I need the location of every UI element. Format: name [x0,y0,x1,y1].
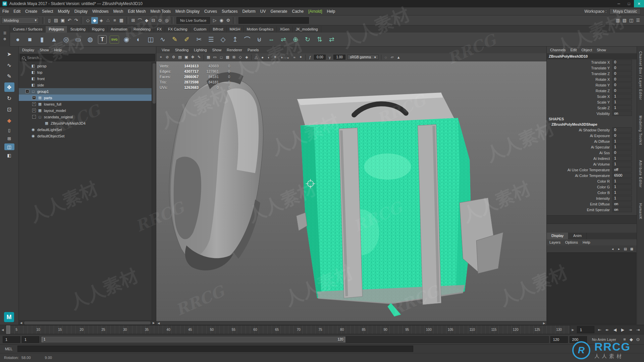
channel-value-field[interactable]: on [612,111,632,116]
mask-lines-icon[interactable]: ≡ [111,17,118,24]
scroll-left-icon[interactable]: ◀ [19,321,23,324]
poly-disc-icon[interactable]: ◍ [85,34,96,45]
render-frame-icon[interactable]: ▷ [211,17,218,24]
menu-item[interactable]: Deform [240,9,258,14]
auto-key-icon[interactable]: ⊙ [635,336,641,343]
timeline-tick[interactable]: 90 [375,325,396,334]
pencil-curve-icon[interactable]: ✎ [169,34,180,45]
open-scene-icon[interactable]: ▤ [53,17,59,24]
rotate-tool[interactable]: ↻ [4,94,14,103]
move-layer-down-icon[interactable]: ▸ [616,246,622,251]
shelf-gear-icon[interactable]: ⚙ [2,37,8,42]
redo-icon[interactable]: ↷ [73,17,79,24]
menu-item[interactable]: Help [583,240,590,244]
film-gate-icon[interactable]: ▭ [212,54,218,60]
channel-value-field[interactable]: on [612,207,632,212]
screen-space-ao-icon[interactable]: ◒ [285,54,291,60]
shelf-tab[interactable]: Curves / Surfaces [10,26,46,33]
range-bar[interactable]: 1 120 [41,337,345,343]
channel-value-field[interactable]: 0 [612,133,632,138]
bevel-icon[interactable]: ◇ [217,34,229,45]
scroll-right-icon[interactable]: ▶ [151,321,156,324]
shadows-icon[interactable]: ◑ [278,54,285,60]
timeline-tick[interactable]: 95 [396,325,418,334]
channel-value-field[interactable]: 1 [612,144,632,149]
wireframe-icon[interactable]: △ [253,54,259,60]
menu-item[interactable]: Display [22,48,34,52]
shelf-tab[interactable]: MASH [227,26,244,33]
render-settings-icon[interactable]: ⚙ [225,17,231,24]
grid-icon[interactable]: ▦ [205,54,212,60]
resolution-gate-icon[interactable]: □ [218,54,224,60]
shelf-tab[interactable]: Sculpting [67,26,89,33]
menu-item[interactable]: Mesh Tools [148,9,173,14]
poly-cone-icon[interactable]: ▲ [48,34,60,45]
use-all-lights-icon[interactable]: ☀ [272,54,278,60]
move-tool[interactable]: ✥ [4,82,14,92]
menu-set-dropdown[interactable]: Modeling ▾ [1,17,39,24]
expand-toggle-icon[interactable] [25,77,29,80]
layout-four-pane-button[interactable]: ⊞ [4,135,14,142]
anti-aliasing-icon[interactable]: ✦ [298,54,304,60]
step-forward-frame-button[interactable]: ↠ [627,326,634,334]
play-forward-button[interactable]: ▶ [619,326,627,334]
workspace-menu-icon[interactable]: ☰ [635,17,641,24]
timeline-tick[interactable]: 130 [548,325,570,334]
sphere-projection-icon[interactable]: ◉ [121,34,132,45]
shelf-tab[interactable]: FX [154,26,165,33]
select-tool[interactable]: ➤ [4,49,14,59]
sidebar-tab[interactable]: Channel Box / Layer Editor [639,51,642,100]
outliner-item[interactable]: ▦ ZBrushPolyMesh3D4 [19,120,152,126]
timeline-tick[interactable]: 80 [331,325,353,334]
layout-persp-outliner-button[interactable]: ◫ [4,143,14,150]
timeline-tick[interactable]: 75 [310,325,331,334]
quad-draw-icon[interactable]: ✐ [181,34,193,45]
channel-value-field[interactable]: on [612,201,632,206]
outliner-item[interactable]: ◧ side [19,82,152,88]
timeline-tick[interactable]: 40 [158,325,179,334]
menu-item[interactable]: View [160,48,172,52]
mirror-icon[interactable]: ⇔ [266,34,277,45]
shelf-tab[interactable]: Rendering [130,26,154,33]
image-plane-icon[interactable]: ▣ [183,54,190,60]
snap-to-grid-icon[interactable]: ⊞ [130,17,137,24]
outliner-item[interactable]: + ▦ lowres_full [19,101,152,107]
sidebar-tab[interactable]: HumanIK [639,203,642,220]
svg-tool-icon[interactable]: SVG [110,36,119,44]
channel-value-field[interactable]: 1 [612,190,632,195]
timeline-tick[interactable]: 100 [418,325,440,334]
menu-item[interactable]: Windows [90,9,111,14]
channel-value-field[interactable]: 6500 [612,173,632,178]
poly-sphere-icon[interactable]: ● [12,34,23,45]
expand-toggle-icon[interactable] [25,64,29,68]
channel-value-field[interactable]: off [612,167,632,172]
channel-value-field[interactable]: 1 [612,196,632,201]
menu-item[interactable]: Select [40,9,55,14]
menu-item[interactable]: Mesh [111,9,125,14]
shelf-tab[interactable]: XGen [277,26,292,33]
step-back-frame-button[interactable]: ◀ [611,326,619,334]
menu-item[interactable]: Edit Mesh [125,9,148,14]
playback-end-field[interactable]: 120 [550,336,568,343]
average-vertices-icon[interactable]: ⊕ [290,34,301,45]
timeline-tick[interactable]: 110 [461,325,483,334]
channel-value-field[interactable]: 1 [612,184,632,189]
grease-pencil-icon[interactable]: ✎ [196,54,202,60]
outliner-item[interactable]: + ▦ layout_model [19,107,152,114]
menu-item[interactable]: Panels [246,48,261,52]
shape-node-name[interactable]: ZBrushPolyMesh3DShape [547,122,637,127]
conform-icon[interactable]: ⇅ [314,34,325,45]
scroll-left-icon[interactable]: ◀ [156,322,161,325]
safe-action-icon[interactable]: ◇ [237,54,244,60]
menu-item[interactable]: Help [54,48,62,52]
menu-item[interactable]: Modify [55,9,72,14]
outliner-item[interactable]: - □ scandata_original [19,114,152,120]
new-layer-from-selected-icon[interactable]: ▦ [629,246,635,251]
channel-value-field[interactable]: 0 [612,65,632,70]
menu-item[interactable]: Lighting [192,48,209,52]
toggle-tool-settings-icon[interactable]: ▧ [621,17,628,24]
menu-item[interactable]: File [0,9,11,14]
go-to-start-button[interactable]: ⇤ [596,326,603,334]
timeline-tick[interactable]: 35 [136,325,158,334]
timeline-tick[interactable]: 60 [245,325,266,334]
